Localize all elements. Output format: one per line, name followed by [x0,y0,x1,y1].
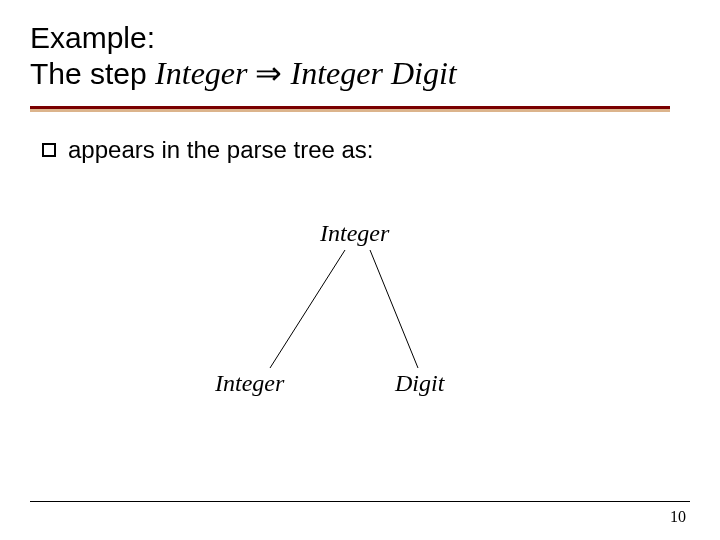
tree-node-left: Integer [215,370,284,397]
tree-node-right: Digit [395,370,444,397]
svg-line-1 [370,250,418,368]
bullet-text: appears in the parse tree as: [68,136,374,163]
derives-arrow: ⇒ [247,55,290,91]
slide: Example: The step Integer ⇒ Integer Digi… [0,0,720,540]
grammar-rhs: Integer Digit [290,55,456,91]
title-line2-prefix: The step [30,57,155,90]
hollow-square-bullet-icon [42,143,56,157]
tree-node-root: Integer [320,220,389,247]
parse-tree: Integer Integer Digit [0,220,720,440]
grammar-lhs: Integer [155,55,247,91]
title-underline-light [30,109,670,112]
bullet-line: appears in the parse tree as: [42,136,374,164]
page-number: 10 [670,508,686,526]
svg-line-0 [270,250,345,368]
tree-edges [0,220,720,440]
footer-rule [30,501,690,502]
slide-title: Example: The step Integer ⇒ Integer Digi… [30,20,457,93]
title-line1: Example: [30,21,155,54]
